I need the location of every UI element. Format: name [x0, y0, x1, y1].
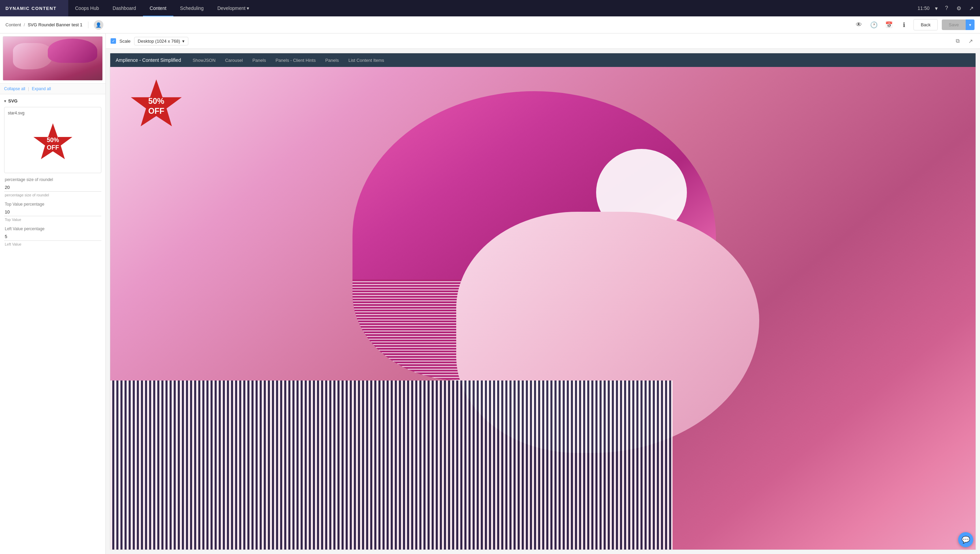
baby-body	[13, 43, 52, 69]
right-panel: ✓ Scale Desktop (1024 x 768) ▾ ⧉ ↗ Ampli…	[106, 34, 980, 554]
field-label-top-value: Top Value percentage	[4, 202, 101, 207]
copy-icon[interactable]: ⧉	[953, 36, 962, 46]
resolution-selector[interactable]: Desktop (1024 x 768) ▾	[134, 37, 188, 45]
thumbnail-section	[0, 34, 105, 84]
preview-image-area: 50% OFF	[110, 67, 975, 549]
chevron-down-icon: ▾	[247, 5, 249, 11]
star-text-line1: 50%	[46, 137, 59, 144]
avatar-icon: 👤	[95, 22, 101, 28]
app-brand: DYNAMIC CONTENT	[0, 0, 68, 16]
chevron-down-icon[interactable]: ▾	[935, 5, 938, 11]
nav-right-actions: 11:50 ▾ ? ⚙ ↗	[912, 5, 980, 11]
brand-label: DYNAMIC CONTENT	[5, 6, 57, 11]
tab-development[interactable]: Development ▾	[210, 0, 256, 16]
info-icon[interactable]: ℹ	[899, 19, 909, 30]
field-top-value-pct: Top Value percentage Top Value	[4, 202, 101, 222]
breadcrumb-section: Content	[5, 22, 21, 27]
field-left-value-pct: Left Value percentage Left Value	[4, 227, 101, 247]
settings-icon[interactable]: ⚙	[955, 5, 962, 11]
preview-star-overlay: 50% OFF	[127, 77, 185, 137]
avatar[interactable]: 👤	[94, 20, 103, 30]
preview-nav-panels-client-hints[interactable]: Panels - Client Hints	[274, 58, 317, 63]
svg-section-header[interactable]: ▾ SVG	[4, 98, 101, 104]
preview-brand: Amplience - Content Simplified	[116, 57, 181, 63]
save-button-group: Save ▾	[942, 19, 975, 30]
thumbnail-image	[3, 37, 102, 80]
scale-label: Scale	[119, 38, 131, 44]
breadcrumb-bar: Content / SVG Roundel Banner test 1 👤 👁 …	[0, 16, 980, 34]
preview-nav-panels[interactable]: Panels	[251, 58, 267, 63]
field-hint-pct-size: percentage size of roundel	[4, 193, 50, 197]
preview-area: Amplience - Content Simplified ShowJSON …	[106, 49, 980, 554]
scale-bar-right: ⧉ ↗	[953, 36, 975, 46]
field-hint-top-value: Top Value	[4, 217, 22, 222]
svg-section-title: SVG	[8, 98, 18, 104]
star-svg: 50% OFF	[31, 121, 75, 166]
scale-bar: ✓ Scale Desktop (1024 x 768) ▾ ⧉ ↗	[106, 34, 980, 49]
svg-section: ▾ SVG star4.svg 50% OFF percentage size …	[0, 94, 105, 251]
baby-hat	[48, 38, 98, 62]
thumbnail-box	[3, 36, 103, 81]
preview-star-text-line1: 50%	[148, 97, 164, 105]
star-container: 50% OFF	[8, 118, 98, 169]
clothing-stripes	[110, 380, 673, 549]
scale-checkbox[interactable]: ✓	[111, 38, 116, 44]
section-toggle-icon: ▾	[4, 99, 6, 104]
breadcrumb-actions: 👁 🕐 📅 ℹ Back Save ▾	[853, 19, 975, 30]
preview-star-svg: 50% OFF	[127, 77, 185, 135]
left-panel: Collapse all | Expand all ▾ SVG star4.sv…	[0, 34, 106, 554]
checkbox-check-icon: ✓	[112, 39, 115, 43]
tab-dashboard[interactable]: Dashboard	[106, 0, 143, 16]
history-icon[interactable]: 🕐	[869, 19, 879, 30]
field-input-pct-size[interactable]	[4, 184, 101, 192]
breadcrumb-divider	[88, 22, 88, 28]
svg-filename: star4.svg	[8, 111, 98, 115]
breadcrumb-separator: /	[24, 22, 25, 27]
tab-coops-hub[interactable]: Coops Hub	[68, 0, 106, 16]
save-dropdown-chevron: ▾	[969, 22, 971, 27]
main-layout: Collapse all | Expand all ▾ SVG star4.sv…	[0, 34, 980, 554]
preview-nav-list-content[interactable]: List Content Items	[347, 58, 386, 63]
field-label-pct-size: percentage size of roundel	[4, 177, 101, 182]
resolution-label: Desktop (1024 x 768)	[138, 38, 180, 44]
help-icon[interactable]: ?	[943, 5, 950, 11]
collapse-separator: |	[28, 86, 29, 91]
field-pct-size-roundel: percentage size of roundel percentage si…	[4, 177, 101, 198]
chat-icon-symbol: 💬	[962, 536, 970, 544]
save-button[interactable]: Save	[942, 19, 966, 30]
logout-icon[interactable]: ↗	[968, 5, 975, 11]
breadcrumb-page: SVG Roundel Banner test 1	[28, 22, 82, 27]
collapse-all-link[interactable]: Collapse all	[4, 86, 25, 91]
expand-all-link[interactable]: Expand all	[32, 86, 51, 91]
preview-nav: Amplience - Content Simplified ShowJSON …	[110, 53, 975, 67]
nav-tabs: Coops Hub Dashboard Content Scheduling D…	[68, 0, 912, 16]
field-hint-left-value: Left Value	[4, 242, 22, 246]
field-input-left-value[interactable]	[4, 233, 101, 241]
svg-card: star4.svg 50% OFF	[4, 107, 101, 173]
collapse-expand-bar: Collapse all | Expand all	[0, 84, 105, 94]
save-dropdown-button[interactable]: ▾	[966, 19, 975, 30]
tab-content[interactable]: Content	[143, 0, 173, 16]
tab-scheduling[interactable]: Scheduling	[173, 0, 210, 16]
clock-display: 11:50	[918, 5, 929, 11]
back-button[interactable]: Back	[913, 19, 938, 30]
preview-star-text-line2: OFF	[148, 107, 164, 115]
preview-nav-showjson[interactable]: ShowJSON	[191, 58, 217, 63]
calendar-icon[interactable]: 📅	[883, 19, 894, 30]
top-nav-bar: DYNAMIC CONTENT Coops Hub Dashboard Cont…	[0, 0, 980, 16]
field-label-left-value: Left Value percentage	[4, 227, 101, 231]
chat-button[interactable]: 💬	[958, 532, 973, 547]
preview-nav-carousel[interactable]: Carousel	[224, 58, 244, 63]
field-input-top-value[interactable]	[4, 208, 101, 216]
eye-icon[interactable]: 👁	[853, 19, 864, 30]
resolution-chevron-icon: ▾	[182, 38, 185, 44]
external-link-icon[interactable]: ↗	[966, 36, 975, 46]
preview-nav-panels2[interactable]: Panels	[324, 58, 340, 63]
preview-frame: Amplience - Content Simplified ShowJSON …	[110, 53, 976, 550]
star-text-line2: OFF	[47, 144, 59, 151]
